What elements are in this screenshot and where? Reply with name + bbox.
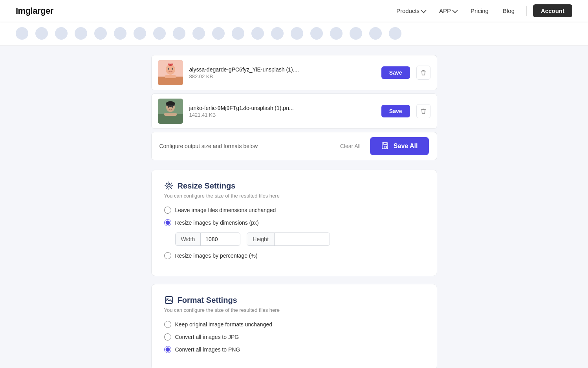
width-field: Width (175, 233, 241, 246)
nav-divider (526, 6, 527, 16)
format-option-unchanged[interactable]: Keep original image formats unchanged (164, 321, 424, 328)
thumbnail-image (158, 60, 183, 85)
file-size: 882.02 KB (189, 73, 375, 79)
bottom-bar: Configure output size and formats below … (151, 132, 437, 160)
logo: Imglarger (16, 6, 53, 16)
dots-decoration (0, 22, 588, 46)
file-thumbnail (158, 60, 183, 85)
clear-all-button[interactable]: Clear All (337, 141, 364, 151)
width-input[interactable] (201, 233, 240, 245)
format-radio-jpg[interactable] (164, 333, 171, 341)
height-input[interactable] (275, 233, 330, 245)
svg-point-20 (167, 183, 171, 188)
file-thumbnail (158, 99, 183, 124)
format-settings-card: Format Settings You can configure the si… (151, 284, 437, 368)
resize-option-unchanged[interactable]: Leave image files dimensions unchanged (164, 207, 424, 214)
format-settings-title: Format Settings (164, 295, 424, 305)
dot (16, 27, 28, 40)
format-radio-png[interactable] (164, 346, 171, 353)
navbar: Imglarger Products APP Pricing Blog Acco… (0, 0, 588, 22)
nav-blog[interactable]: Blog (497, 4, 520, 17)
dot (173, 27, 185, 40)
resize-settings-title: Resize Settings (164, 181, 424, 190)
svg-point-2 (168, 68, 169, 70)
file-info: alyssa-degarde-gPC6fyz_YiE-unsplash (1).… (189, 66, 375, 79)
delete-button[interactable] (416, 104, 430, 118)
file-size: 1421.41 KB (189, 112, 375, 118)
svg-point-3 (172, 68, 173, 70)
thumbnail-image (158, 99, 183, 124)
nav-pricing[interactable]: Pricing (465, 4, 494, 17)
dot (330, 27, 343, 40)
resize-option-percentage[interactable]: Resize images by percentage (%) (164, 252, 424, 259)
save-all-button[interactable]: Save All (370, 137, 429, 155)
dot (310, 27, 323, 40)
dot (369, 27, 382, 40)
resize-radio-unchanged[interactable] (164, 207, 171, 214)
dot (251, 27, 264, 40)
chevron-down-icon (452, 7, 458, 13)
format-radio-unchanged[interactable] (164, 321, 171, 328)
resize-settings-subtitle: You can configure the size of the result… (164, 193, 424, 199)
svg-point-16 (166, 101, 175, 105)
save-button[interactable]: Save (381, 105, 410, 117)
svg-point-7 (168, 64, 170, 66)
svg-point-19 (168, 185, 170, 187)
gear-icon (164, 181, 174, 190)
svg-rect-5 (165, 75, 176, 78)
dot (75, 27, 87, 40)
dot (134, 27, 146, 40)
dot (291, 27, 303, 40)
chevron-down-icon (421, 7, 426, 13)
file-card: alyssa-degarde-gPC6fyz_YiE-unsplash (1).… (151, 55, 437, 90)
resize-radio-dimensions[interactable] (164, 219, 171, 226)
dot (350, 27, 362, 40)
nav-links: Products APP Pricing Blog Account (391, 4, 572, 17)
format-settings-subtitle: You can configure the size of the result… (164, 307, 424, 313)
dot (192, 27, 205, 40)
dot (35, 27, 48, 40)
configure-text: Configure output size and formats below (159, 143, 331, 149)
dot (94, 27, 107, 40)
dot (55, 27, 68, 40)
dot (212, 27, 225, 40)
file-name: alyssa-degarde-gPC6fyz_YiE-unsplash (1).… (189, 66, 375, 73)
file-name: janko-ferlic-9Mj9FTg1zlo-unsplash (1).pn… (189, 105, 375, 111)
nav-products[interactable]: Products (391, 4, 430, 17)
dot (271, 27, 284, 40)
nav-app[interactable]: APP (434, 4, 462, 17)
height-label: Height (247, 233, 274, 245)
trash-icon (420, 108, 427, 115)
dot (389, 27, 401, 40)
file-info: janko-ferlic-9Mj9FTg1zlo-unsplash (1).pn… (189, 105, 375, 118)
height-field: Height (247, 233, 330, 246)
dimension-inputs: Width Height (175, 233, 424, 246)
dot (153, 27, 166, 40)
main-content: alyssa-degarde-gPC6fyz_YiE-unsplash (1).… (145, 55, 443, 368)
svg-point-8 (171, 64, 173, 66)
account-button[interactable]: Account (533, 4, 572, 17)
width-label: Width (176, 233, 201, 245)
file-card: janko-ferlic-9Mj9FTg1zlo-unsplash (1).pn… (151, 93, 437, 129)
delete-button[interactable] (416, 66, 430, 80)
format-option-jpg[interactable]: Convert all images to JPG (164, 333, 424, 341)
resize-radio-percentage[interactable] (164, 252, 171, 259)
svg-rect-14 (164, 113, 177, 116)
dot (114, 27, 126, 40)
format-option-png[interactable]: Convert all images to PNG (164, 346, 424, 353)
image-icon (164, 295, 174, 305)
resize-settings-card: Resize Settings You can configure the si… (151, 170, 437, 276)
trash-icon (420, 69, 427, 76)
resize-option-dimensions[interactable]: Resize images by dimensions (px) (164, 219, 424, 226)
save-all-icon (381, 142, 390, 150)
svg-rect-18 (384, 146, 387, 148)
dot (232, 27, 244, 40)
save-button[interactable]: Save (381, 66, 410, 79)
